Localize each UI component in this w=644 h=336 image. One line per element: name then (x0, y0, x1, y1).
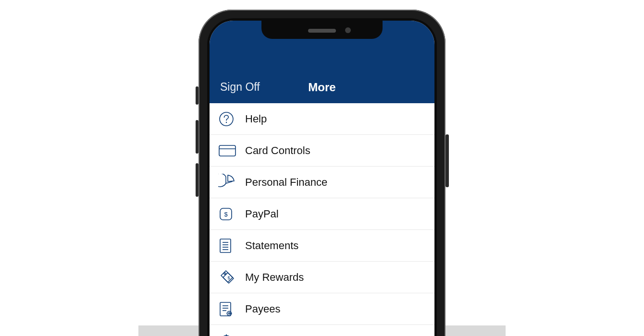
menu-item-label: Settings (245, 335, 284, 336)
phone-screen: Sign Off More Help (210, 21, 434, 336)
menu-list: Help Card Controls (210, 103, 434, 336)
help-icon (218, 111, 245, 127)
svg-point-1 (226, 121, 227, 122)
svg-text:$: $ (224, 211, 228, 218)
menu-item-help[interactable]: Help (210, 103, 434, 135)
side-button-silence (196, 86, 198, 105)
card-icon (218, 144, 245, 158)
paypal-icon: $ (218, 206, 245, 222)
menu-item-payees[interactable]: Payees (210, 293, 434, 325)
svg-rect-6 (220, 239, 231, 252)
svg-point-11 (224, 273, 226, 275)
menu-item-card-controls[interactable]: Card Controls (210, 135, 434, 167)
menu-item-my-rewards[interactable]: $ My Rewards (210, 262, 434, 293)
menu-item-label: Statements (245, 240, 298, 252)
menu-item-settings[interactable]: Settings (210, 325, 434, 336)
tag-icon: $ (218, 269, 245, 286)
menu-item-personal-finance[interactable]: Personal Finance (210, 167, 434, 198)
menu-item-label: My Rewards (245, 271, 304, 284)
side-button-vol-down (196, 163, 198, 197)
front-camera (345, 27, 351, 33)
menu-item-statements[interactable]: Statements (210, 230, 434, 262)
phone-bezel: Sign Off More Help (207, 18, 437, 336)
speaker-grill (308, 29, 336, 33)
side-button-power (446, 134, 449, 187)
gear-icon (218, 333, 245, 336)
sign-off-button[interactable]: Sign Off (210, 81, 260, 94)
menu-item-paypal[interactable]: $ PayPal (210, 198, 434, 230)
phone-frame: Sign Off More Help (198, 10, 446, 336)
menu-item-label: Payees (245, 303, 280, 315)
menu-item-label: PayPal (245, 208, 279, 220)
menu-item-label: Help (245, 113, 267, 125)
side-button-vol-up (196, 120, 198, 154)
svg-point-18 (228, 312, 230, 314)
pie-chart-icon (218, 174, 245, 191)
phone-notch (261, 21, 383, 39)
document-icon (218, 238, 245, 254)
svg-rect-2 (219, 145, 235, 156)
svg-text:$: $ (227, 276, 230, 280)
list-gear-icon (218, 301, 245, 317)
menu-item-label: Card Controls (245, 144, 310, 157)
menu-item-label: Personal Finance (245, 176, 327, 189)
svg-point-0 (220, 112, 233, 126)
